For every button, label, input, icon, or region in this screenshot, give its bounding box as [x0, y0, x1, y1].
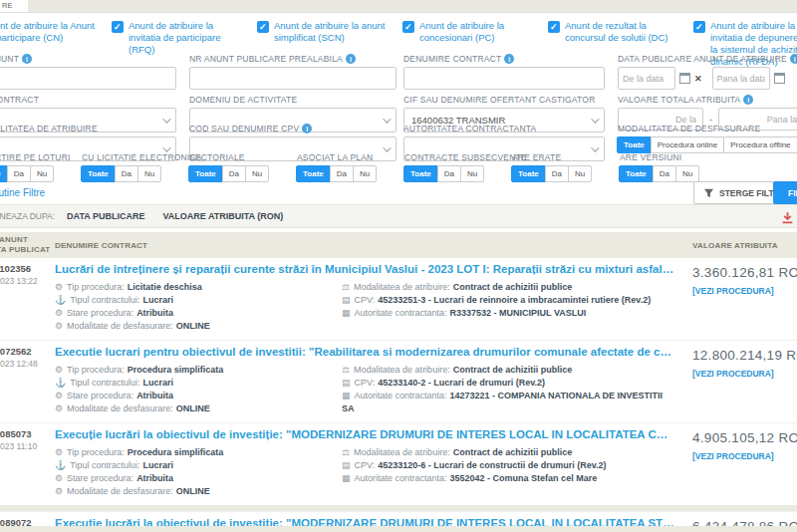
less-filters-link[interactable]: Mai putine Filtre — [0, 187, 45, 198]
denumire-contract-input[interactable] — [403, 67, 605, 90]
toggle-da[interactable]: Da — [115, 165, 138, 182]
filter-toggle-group: ARE ERATE Toate Da Nu — [512, 152, 620, 182]
toggle-nu[interactable]: Nu — [460, 165, 484, 182]
filter-label-text: CU LICITATIE ELECTRONICA — [82, 152, 202, 162]
filter-label: NR ANUNT — [0, 54, 176, 64]
toggle-toate[interactable]: Toate — [511, 165, 546, 182]
toggle-toate[interactable]: Toate — [617, 136, 652, 153]
gear-icon: ⚙ — [55, 403, 63, 413]
toggle-toate[interactable]: Toate — [81, 165, 116, 182]
toggle-procedura-offline[interactable]: Procedura offline — [723, 136, 797, 153]
toggle-toate[interactable]: Toate — [296, 165, 331, 182]
detail-value: Procedura simplificata — [128, 365, 224, 375]
toggle-toate[interactable]: Toate — [619, 165, 654, 182]
tab-bar: RE — [0, 0, 797, 13]
filter-label-text: ARE VERSIUNI — [620, 152, 681, 162]
toggle-nu[interactable]: Nu — [137, 165, 161, 182]
info-icon[interactable] — [743, 95, 753, 105]
detail-line: ⚙Stare procedura:Atribuita — [55, 307, 342, 320]
checkbox-checked-icon[interactable] — [693, 21, 705, 33]
info-icon[interactable] — [302, 124, 312, 133]
toggle-procedura-online[interactable]: Procedura online — [651, 136, 724, 153]
filter-label-text: NR ANUNT PUBLICARE PREALABILA — [189, 54, 343, 64]
detail-label: CPV: — [355, 378, 376, 388]
header-denumire-contract: DENUMIRE CONTRACT — [55, 241, 692, 250]
nr-anunt-prealabila-input[interactable] — [189, 67, 397, 90]
filter-label: MODALITATEA DE ATRIBUIRE — [0, 124, 176, 133]
toggle-da[interactable]: Da — [222, 165, 246, 182]
notice-type-label: Anunt de atribuire la invitatia de parti… — [129, 20, 245, 56]
toggle-da[interactable]: Da — [545, 165, 569, 182]
sort-option-valoare-atribuita[interactable]: VALOARE ATRIBUITA (RON) — [162, 211, 283, 221]
nr-anunt-input[interactable] — [0, 67, 176, 90]
notice-id[interactable]: CAN1072562 — [0, 346, 55, 357]
toggle-da[interactable]: Da — [7, 165, 31, 182]
view-procedure-link[interactable]: [VEZI PROCEDURA] — [692, 369, 797, 379]
checkbox-checked-icon[interactable] — [257, 21, 269, 33]
notice-date: 023 13:22 — [0, 276, 55, 286]
checkbox-checked-icon[interactable] — [112, 21, 124, 33]
view-procedure-link[interactable]: [VEZI PROCEDURA] — [692, 451, 797, 461]
bottom-band — [0, 526, 797, 532]
notice-id[interactable]: CAN1085073 — [0, 428, 55, 439]
detail-label: Tip procedura: — [67, 282, 125, 292]
toggle-nu[interactable]: Nu — [568, 165, 592, 182]
toggle-toate[interactable]: Toate — [403, 165, 438, 182]
toggle-da[interactable]: Da — [437, 165, 461, 182]
info-icon[interactable] — [346, 54, 356, 64]
contract-title-link[interactable]: Execuție lucrări la obiectivul de invest… — [55, 428, 674, 440]
toggle-nu[interactable]: Nu — [353, 165, 377, 182]
checkbox-checked-icon[interactable] — [402, 21, 414, 33]
detail-value: R3337532 - MUNICIPIUL VASLUI — [450, 308, 587, 318]
tab-anunt-de-atribuire[interactable]: RE — [0, 0, 28, 12]
filter-label: AUTORITATEA CONTRACTANTA — [403, 124, 605, 133]
info-icon[interactable] — [22, 54, 32, 64]
toggle-da[interactable]: Da — [330, 165, 354, 182]
gear-icon: ⚙ — [55, 365, 63, 375]
awarded-value: 3.360.126,81 RON — [692, 265, 797, 280]
view-procedure-link[interactable]: [VEZI PROCEDURA] — [692, 286, 797, 296]
detail-line: ▤CPV:45233251-3 - Lucrari de reinnoire a… — [342, 294, 670, 307]
toggle-nu[interactable]: Nu — [30, 165, 54, 182]
clear-date-icon[interactable]: ✕ — [694, 74, 702, 84]
contract-title-link[interactable]: Lucrări de întreținere și reparații cure… — [55, 263, 674, 275]
apply-filters-button[interactable]: FILTREAZA — [773, 181, 797, 204]
header-nr-anunt: NR ANUNT DATA PUBLICAT — [0, 235, 55, 255]
toggle-da[interactable]: Da — [653, 165, 676, 182]
filter-label-text: ASOCIAT LA PLAN — [297, 152, 373, 162]
authority-icon: ▦ — [342, 473, 351, 483]
date-to-input[interactable] — [712, 67, 770, 90]
notice-id[interactable]: CAN1102356 — [0, 263, 55, 274]
checkbox-checked-icon[interactable] — [548, 21, 560, 33]
detail-label: Autoritate contractanta: — [355, 391, 447, 400]
detail-line: ⚙Modalitate de desfasurare:ONLINE — [55, 320, 342, 333]
detail-label: Stare procedura: — [67, 391, 133, 400]
awarded-value: 12.800.214,19 RON — [692, 348, 797, 363]
toggle-nu[interactable]: Nu — [675, 165, 699, 182]
toggle-nu[interactable]: Nu — [245, 165, 269, 182]
export-download-icon[interactable] — [781, 210, 794, 228]
toggle-toate[interactable]: Toate — [188, 165, 223, 182]
notice-type-label: Anunt de atribuire la anunt simplificat … — [274, 20, 391, 44]
sort-option-data-publicare[interactable]: DATA PUBLICARE — [67, 211, 144, 221]
results-table-header: NR ANUNT DATA PUBLICAT DENUMIRE CONTRACT… — [0, 232, 797, 258]
gear-icon: ⚙ — [55, 447, 63, 457]
calendar-icon[interactable] — [774, 73, 785, 84]
info-icon[interactable] — [790, 54, 797, 64]
filter-toggle-group: ARE VERSIUNI Toate Da Nu — [620, 152, 727, 182]
detail-line: ▦Autoritate contractanta:R3337532 - MUNI… — [342, 307, 670, 320]
detail-label: Modalitate de desfasurare: — [67, 486, 173, 496]
detail-line: ▤CPV:45233140-2 - Lucrari de drumuri (Re… — [342, 377, 670, 390]
contract-details: ⚙Tip procedura:Licitatie deschisa⚓Tipul … — [55, 281, 692, 333]
awarded-value: 4.905.105,12 RON — [692, 430, 797, 445]
filter-label: TIP CONTRACT — [0, 95, 176, 105]
contract-title-link[interactable]: Executie lucrari pentru obiectivul de in… — [55, 346, 674, 358]
cpv-icon: ▤ — [342, 378, 351, 388]
details-right: ⚖Modalitatea de atribuire:Contract de ac… — [342, 446, 670, 498]
calendar-icon[interactable] — [679, 73, 690, 84]
detail-value: 45233251-3 - Lucrari de reinnoire a imbr… — [378, 295, 651, 305]
date-from-input[interactable] — [618, 67, 675, 90]
filter-label-text: MODALITATEA DE ATRIBUIRE — [0, 124, 98, 133]
info-icon[interactable] — [504, 54, 514, 64]
filter-label-text: CIF SAU DENUMIRE OFERTANT CASTIGATOR — [403, 95, 596, 105]
